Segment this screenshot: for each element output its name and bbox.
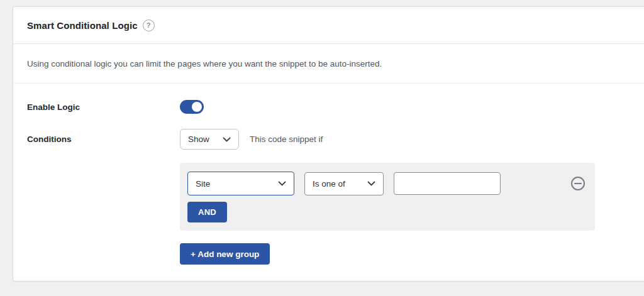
conditional-logic-form: Enable Logic Conditions Show This code s… xyxy=(13,84,644,265)
enable-logic-toggle[interactable] xyxy=(180,100,204,114)
page: { "card": { "title": "Smart Conditional … xyxy=(0,0,644,296)
show-hide-row: Show This code snippet if xyxy=(180,129,323,150)
show-hide-select-value: Show xyxy=(188,134,209,144)
add-new-group-button[interactable]: + Add new group xyxy=(180,243,270,265)
conditions-content: Show This code snippet if Site Is one of xyxy=(180,129,595,265)
conditions-row: Conditions Show This code snippet if Sit… xyxy=(27,129,630,265)
panel-description-section: Using conditional logic you can limit th… xyxy=(13,44,644,84)
panel-title: Smart Conditional Logic xyxy=(27,20,138,31)
chevron-down-icon xyxy=(223,137,231,142)
enable-logic-label: Enable Logic xyxy=(27,102,180,112)
condition-rule-row: Site Is one of xyxy=(187,172,587,195)
condition-operator-value: Is one of xyxy=(313,179,345,189)
toggle-knob xyxy=(192,102,202,112)
minus-circle-icon xyxy=(570,176,586,191)
condition-value-input[interactable] xyxy=(394,172,501,195)
remove-condition-button[interactable] xyxy=(570,175,586,192)
condition-field-value: Site xyxy=(196,179,210,189)
show-hide-select[interactable]: Show xyxy=(180,129,239,150)
condition-group: Site Is one of AND xyxy=(180,163,595,231)
panel-description: Using conditional logic you can limit th… xyxy=(27,59,630,69)
enable-logic-row: Enable Logic xyxy=(27,100,630,114)
smart-conditional-logic-panel: Smart Conditional Logic ? Using conditio… xyxy=(13,6,644,282)
chevron-down-icon xyxy=(278,181,286,186)
condition-field-select[interactable]: Site xyxy=(187,172,294,195)
conditions-label: Conditions xyxy=(27,129,180,144)
condition-operator-select[interactable]: Is one of xyxy=(304,172,384,195)
panel-header: Smart Conditional Logic ? xyxy=(13,7,644,44)
and-button[interactable]: AND xyxy=(187,202,227,222)
chevron-down-icon xyxy=(367,181,375,186)
conditions-hint: This code snippet if xyxy=(250,134,323,144)
help-icon[interactable]: ? xyxy=(143,19,155,31)
